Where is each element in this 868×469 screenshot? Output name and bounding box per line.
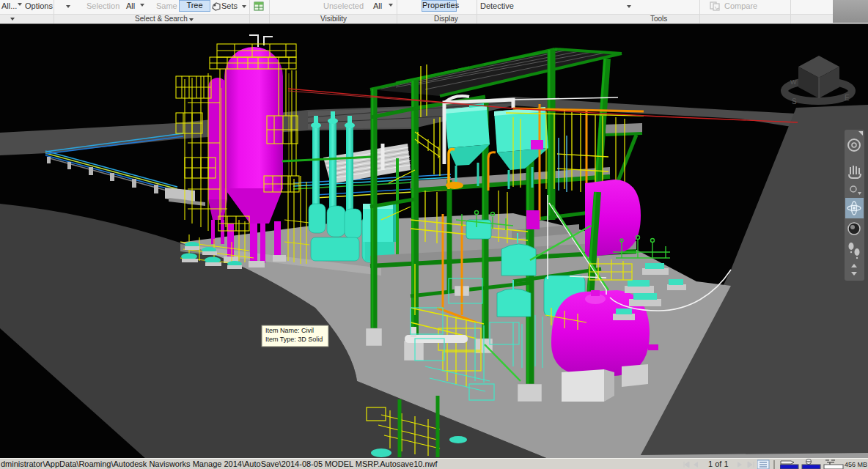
svg-text:Item Type: 3D Solid: Item Type: 3D Solid [265,336,323,343]
svg-text:Item Name: Civil: Item Name: Civil [265,327,314,334]
svg-text:W: W [790,78,797,86]
svg-text:S: S [792,97,797,106]
svg-text:E: E [845,94,850,102]
